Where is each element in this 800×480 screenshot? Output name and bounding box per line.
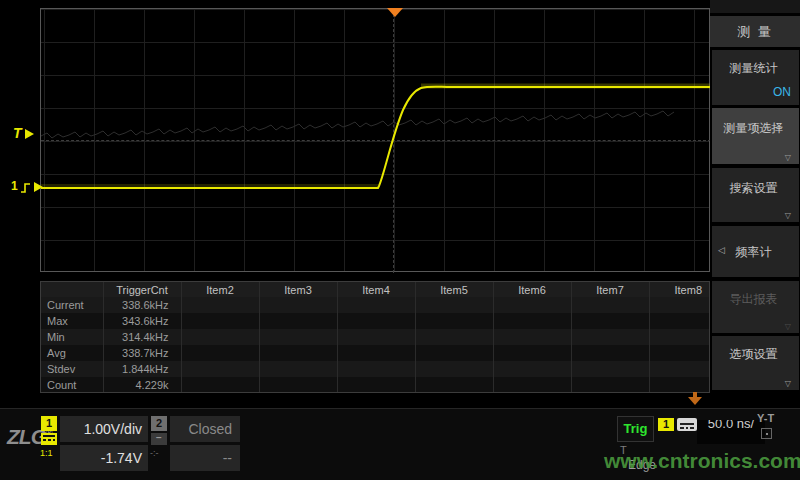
trigger-source-badge: 1 (658, 418, 674, 431)
ch1-badge: 1 (41, 416, 57, 431)
timebase-value: 50.0 ns/ (697, 420, 765, 431)
cell-value (337, 345, 415, 361)
table-row-stdev: Stdev 1.844kHz (41, 361, 710, 377)
cell-value (259, 329, 337, 345)
cell-value (259, 313, 337, 329)
rising-edge-icon (20, 180, 31, 193)
cell-value (415, 377, 493, 393)
cell-value (259, 297, 337, 313)
cell-value (181, 329, 259, 345)
trigger-status-box[interactable]: Trig (617, 416, 654, 442)
ch1-scale-box[interactable]: 1.00V/div (60, 416, 148, 442)
cell-value (337, 329, 415, 345)
ch1-dc-coupling-icon (41, 433, 57, 445)
ch1-offset-box[interactable]: -1.74V (60, 445, 148, 471)
table-row-count: Count 4.229k (41, 377, 710, 393)
right-arrow-icon (34, 182, 43, 192)
cell-value (337, 377, 415, 393)
row-label: Stdev (41, 361, 103, 377)
cell-value (337, 313, 415, 329)
trigger-level-marker[interactable]: T (13, 125, 34, 141)
cell-value: 1.844kHz (103, 361, 181, 377)
menu-item-label: 频率计 (712, 244, 795, 261)
col-header (41, 282, 103, 297)
menu-item-frequency-counter[interactable]: ◁ 频率计 (712, 226, 799, 277)
row-label: Current (41, 297, 103, 313)
ch2-offset-box[interactable]: -- (170, 445, 240, 471)
cell-value (649, 361, 710, 377)
cell-value (649, 297, 710, 313)
menu-item-option-settings[interactable]: 选项设置 ▽ (712, 336, 799, 390)
cell-value (649, 313, 710, 329)
trigger-position-marker[interactable] (387, 8, 403, 17)
cell-value (493, 345, 571, 361)
statistics-on-value: ON (773, 85, 791, 99)
menu-item-measure-item-select[interactable]: 测量项选择 ▽ (712, 108, 799, 164)
table-header-row: TriggerCnt Item2 Item3 Item4 Item5 Item6… (41, 282, 710, 297)
ch2-coupling-icon: − (151, 433, 167, 445)
menu-item-search-settings[interactable]: 搜索设置 ▽ (712, 168, 799, 222)
col-header: Item5 (415, 282, 493, 297)
table-row-max: Max 343.6kHz (41, 313, 710, 329)
cell-value (181, 313, 259, 329)
cell-value: 338.7kHz (103, 345, 181, 361)
row-label: Max (41, 313, 103, 329)
cell-value (337, 361, 415, 377)
col-header: Item7 (571, 282, 649, 297)
ch1-position-marker[interactable]: 1 (11, 179, 43, 193)
yt-mode-label: Y-T (757, 412, 774, 424)
cell-value (649, 345, 710, 361)
chevron-down-icon: ▽ (785, 379, 791, 388)
cell-value (649, 329, 710, 345)
cell-value (571, 313, 649, 329)
right-arrow-icon (25, 129, 34, 139)
table-row-current: Current 338.6kHz (41, 297, 710, 313)
menu-item-label: 选项设置 (712, 346, 795, 363)
cell-value (493, 329, 571, 345)
cell-value (259, 361, 337, 377)
ch2-badge: 2 (151, 416, 167, 431)
cell-value (649, 377, 710, 393)
watermark-text: www.cntronics.com (604, 449, 800, 473)
cell-value (493, 297, 571, 313)
col-header: Item3 (259, 282, 337, 297)
menu-item-label: 导出报表 (712, 291, 795, 308)
row-label: Min (41, 329, 103, 345)
cell-value (259, 377, 337, 393)
ch1-marker-label: 1 (11, 179, 18, 193)
row-label: Avg (41, 345, 103, 361)
col-header: TriggerCnt (103, 282, 181, 297)
cell-value (181, 377, 259, 393)
cell-value (181, 345, 259, 361)
scroll-down-arrow-icon[interactable] (688, 392, 702, 405)
chevron-down-icon: ▽ (785, 211, 791, 220)
timebase-box[interactable]: 50.0 ns/ (697, 420, 765, 444)
cell-value (493, 313, 571, 329)
row-label: Count (41, 377, 103, 393)
trigger-coupling-icon (677, 418, 697, 431)
menu-item-measure-statistics[interactable]: 测量统计 ON (712, 50, 799, 105)
measurement-menu-sidebar: 测 量 测量统计 ON 测量项选择 ▽ 搜索设置 ▽ ◁ 频率计 导出报表 ▽ … (710, 0, 800, 408)
menu-item-export-report: 导出报表 ▽ (712, 281, 799, 333)
cell-value (415, 361, 493, 377)
cell-value (571, 345, 649, 361)
table-row-avg: Avg 338.7kHz (41, 345, 710, 361)
cell-value: 4.229k (103, 377, 181, 393)
col-header: Item6 (493, 282, 571, 297)
noise-trace (41, 111, 674, 138)
menu-title: 测 量 (710, 16, 800, 47)
cell-value (415, 329, 493, 345)
cell-value (571, 329, 649, 345)
col-header: Item8 (649, 282, 710, 297)
cell-value (181, 297, 259, 313)
ch2-status-box[interactable]: Closed (170, 416, 240, 442)
cell-value (181, 361, 259, 377)
cell-value (415, 345, 493, 361)
waveform-graticule (40, 8, 710, 272)
cell-value (571, 377, 649, 393)
cell-value: 338.6kHz (103, 297, 181, 313)
cell-value: 343.6kHz (103, 313, 181, 329)
waveform-trace (41, 9, 711, 273)
table-row-min: Min 314.4kHz (41, 329, 710, 345)
cell-value (571, 361, 649, 377)
